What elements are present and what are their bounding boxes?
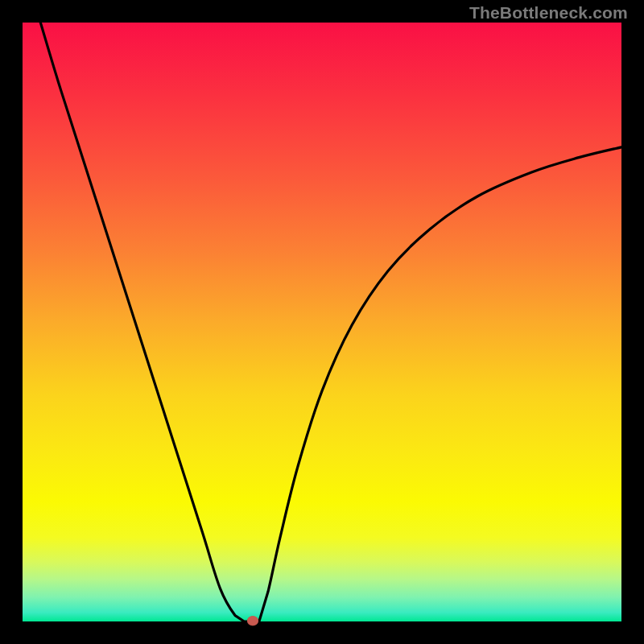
chart-frame: TheBottleneck.com [0,0,644,644]
chart-svg [23,23,621,621]
gradient-background [23,23,621,621]
optimal-point-marker [247,616,258,625]
plot-area [23,23,621,621]
watermark-label: TheBottleneck.com [469,3,628,23]
